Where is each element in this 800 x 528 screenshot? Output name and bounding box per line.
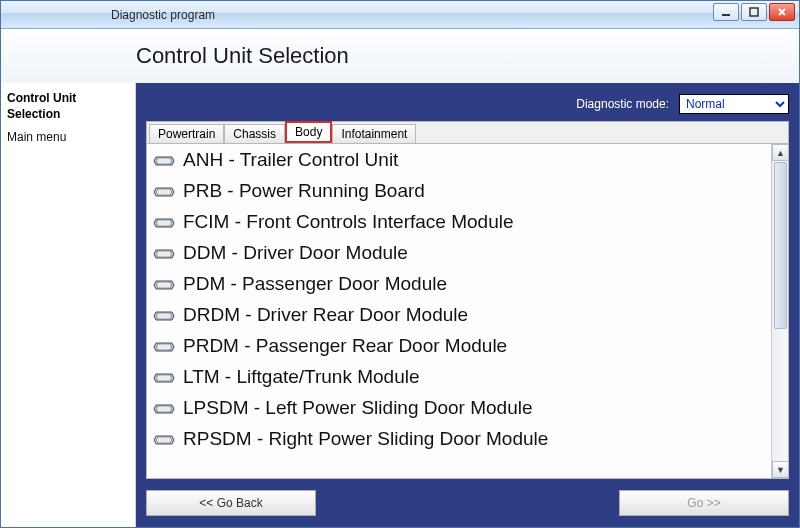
ecu-list-item[interactable]: FCIM - Front Controls Interface Module bbox=[147, 206, 771, 237]
tab-infotainment[interactable]: Infotainment bbox=[332, 124, 416, 143]
ecu-chip-icon bbox=[153, 245, 175, 261]
ecu-list-item-label: PRB - Power Running Board bbox=[183, 180, 425, 202]
ecu-list-item-label: PDM - Passenger Door Module bbox=[183, 273, 447, 295]
ecu-list-item-label: PRDM - Passenger Rear Door Module bbox=[183, 335, 507, 357]
close-icon bbox=[777, 7, 787, 17]
svg-marker-13 bbox=[157, 313, 172, 319]
footer-row: << Go Back Go >> bbox=[146, 487, 789, 519]
ecu-list-item[interactable]: ANH - Trailer Control Unit bbox=[147, 144, 771, 175]
ecu-chip-icon bbox=[153, 183, 175, 199]
ecu-list-item[interactable]: LPSDM - Left Power Sliding Door Module bbox=[147, 392, 771, 423]
tab-body[interactable]: Body bbox=[285, 121, 332, 143]
ecu-list-item-label: LTM - Liftgate/Trunk Module bbox=[183, 366, 420, 388]
ecu-list-item-label: LPSDM - Left Power Sliding Door Module bbox=[183, 397, 533, 419]
diagnostic-mode-label: Diagnostic mode: bbox=[576, 97, 669, 111]
main-panel: Diagnostic mode: Normal Powertrain Chass… bbox=[136, 83, 799, 527]
svg-rect-0 bbox=[722, 14, 730, 16]
sidebar: Control Unit Selection Main menu bbox=[1, 83, 136, 527]
page-header: Control Unit Selection bbox=[1, 29, 799, 83]
svg-marker-3 bbox=[157, 158, 172, 164]
svg-marker-21 bbox=[157, 437, 172, 443]
svg-marker-19 bbox=[157, 406, 172, 412]
ecu-chip-icon bbox=[153, 276, 175, 292]
ecu-list-item[interactable]: LTM - Liftgate/Trunk Module bbox=[147, 361, 771, 392]
ecu-list-item[interactable]: RPSDM - Right Power Sliding Door Module bbox=[147, 423, 771, 454]
ecu-chip-icon bbox=[153, 369, 175, 385]
ecu-list-item-label: DRDM - Driver Rear Door Module bbox=[183, 304, 468, 326]
svg-marker-11 bbox=[157, 282, 172, 288]
ecu-chip-icon bbox=[153, 400, 175, 416]
ecu-list-item-label: RPSDM - Right Power Sliding Door Module bbox=[183, 428, 548, 450]
minimize-button[interactable] bbox=[713, 3, 739, 21]
ecu-list-item-label: FCIM - Front Controls Interface Module bbox=[183, 211, 514, 233]
ecu-chip-icon bbox=[153, 338, 175, 354]
scroll-thumb[interactable] bbox=[774, 162, 787, 329]
page-title: Control Unit Selection bbox=[136, 43, 349, 69]
maximize-icon bbox=[749, 7, 759, 17]
go-back-button[interactable]: << Go Back bbox=[146, 490, 316, 516]
tab-powertrain[interactable]: Powertrain bbox=[149, 124, 224, 143]
scroll-down-button[interactable]: ▼ bbox=[772, 461, 789, 478]
diagnostic-mode-select[interactable]: Normal bbox=[679, 94, 789, 114]
app-window: Diagnostic program Control Unit Selectio… bbox=[0, 0, 800, 528]
go-next-button[interactable]: Go >> bbox=[619, 490, 789, 516]
tab-chassis[interactable]: Chassis bbox=[224, 124, 285, 143]
window-title: Diagnostic program bbox=[111, 8, 215, 22]
ecu-list-item[interactable]: PRDM - Passenger Rear Door Module bbox=[147, 330, 771, 361]
svg-marker-5 bbox=[157, 189, 172, 195]
body-area: Control Unit Selection Main menu Diagnos… bbox=[1, 83, 799, 527]
mode-row: Diagnostic mode: Normal bbox=[146, 91, 789, 117]
ecu-list-item-label: ANH - Trailer Control Unit bbox=[183, 149, 398, 171]
ecu-chip-icon bbox=[153, 152, 175, 168]
window-controls bbox=[713, 3, 795, 21]
tabstrip: Powertrain Chassis Body Infotainment bbox=[146, 121, 789, 143]
ecu-list-item-label: DDM - Driver Door Module bbox=[183, 242, 408, 264]
ecu-list-item[interactable]: PRB - Power Running Board bbox=[147, 175, 771, 206]
minimize-icon bbox=[721, 7, 731, 17]
ecu-list-item[interactable]: PDM - Passenger Door Module bbox=[147, 268, 771, 299]
svg-marker-15 bbox=[157, 344, 172, 350]
ecu-chip-icon bbox=[153, 214, 175, 230]
scroll-up-button[interactable]: ▲ bbox=[772, 144, 789, 161]
close-button[interactable] bbox=[769, 3, 795, 21]
sidebar-heading: Control Unit Selection bbox=[7, 91, 129, 122]
titlebar[interactable]: Diagnostic program bbox=[1, 1, 799, 29]
svg-marker-9 bbox=[157, 251, 172, 257]
svg-rect-1 bbox=[750, 8, 758, 16]
svg-marker-7 bbox=[157, 220, 172, 226]
svg-marker-17 bbox=[157, 375, 172, 381]
ecu-list[interactable]: ANH - Trailer Control Unit PRB - Power R… bbox=[147, 144, 771, 478]
ecu-list-item[interactable]: DDM - Driver Door Module bbox=[147, 237, 771, 268]
scrollbar[interactable]: ▲ ▼ bbox=[771, 144, 788, 478]
ecu-list-container: ANH - Trailer Control Unit PRB - Power R… bbox=[146, 143, 789, 479]
ecu-list-item[interactable]: DRDM - Driver Rear Door Module bbox=[147, 299, 771, 330]
ecu-chip-icon bbox=[153, 431, 175, 447]
ecu-chip-icon bbox=[153, 307, 175, 323]
sidebar-item-main-menu[interactable]: Main menu bbox=[7, 128, 129, 147]
maximize-button[interactable] bbox=[741, 3, 767, 21]
